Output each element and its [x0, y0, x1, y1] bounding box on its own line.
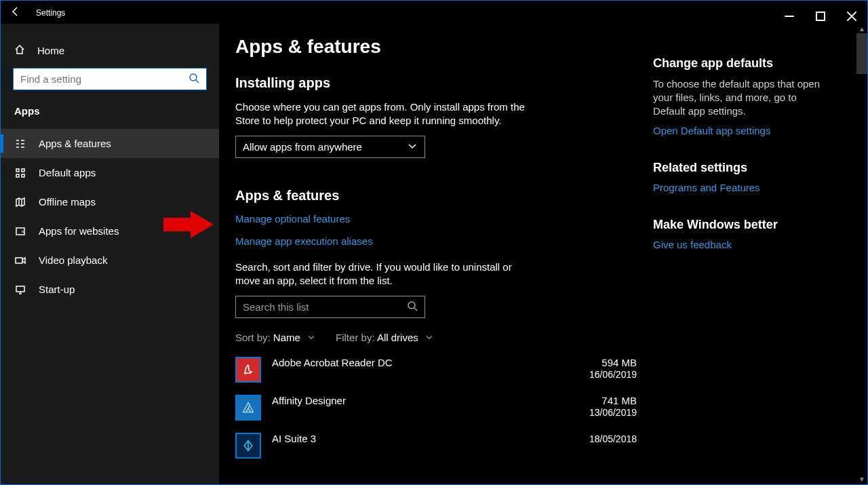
related-settings-heading: Related settings	[653, 161, 828, 175]
svg-rect-8	[16, 286, 24, 292]
main-content: Apps & features Installing apps Choose w…	[219, 24, 653, 484]
sidebar-item-label: Video playback	[39, 254, 107, 266]
app-row[interactable]: AI Suite 3 18/05/2018	[235, 433, 637, 459]
app-search-field[interactable]	[243, 301, 407, 313]
app-name: AI Suite 3	[272, 433, 589, 444]
startup-icon	[14, 284, 26, 295]
scroll-down-icon[interactable]: ▼	[859, 474, 865, 484]
make-windows-better-heading: Make Windows better	[653, 218, 828, 232]
sidebar-item-video-playback[interactable]: Video playback	[1, 246, 219, 275]
sidebar-item-startup[interactable]: Start-up	[1, 275, 219, 304]
app-name: Affinity Designer	[272, 395, 589, 406]
app-date: 13/06/2019	[589, 407, 637, 418]
home-button[interactable]: Home	[1, 39, 219, 68]
sort-label: Sort by:	[235, 332, 271, 343]
chevron-down-icon	[425, 332, 433, 343]
app-list: Adobe Acrobat Reader DC 594 MB 16/06/201…	[235, 357, 637, 459]
svg-rect-5	[22, 174, 24, 177]
open-default-app-settings-link[interactable]: Open Default app settings	[653, 125, 828, 136]
installing-apps-heading: Installing apps	[235, 75, 637, 91]
app-date: 18/05/2018	[589, 433, 637, 444]
default-apps-icon	[14, 168, 26, 178]
manage-app-aliases-link[interactable]: Manage app execution aliases	[235, 235, 637, 247]
sidebar: Home Apps Apps & features Default apps	[1, 24, 219, 484]
change-defaults-body: To choose the default apps that open you…	[653, 77, 828, 118]
app-icon-affinity	[235, 395, 261, 421]
search-icon	[407, 300, 418, 314]
scroll-thumb[interactable]	[856, 33, 867, 74]
scrollbar[interactable]: ▲ ▼	[856, 24, 867, 484]
sidebar-item-label: Apps for websites	[39, 225, 119, 237]
app-date: 16/06/2019	[589, 369, 637, 380]
svg-point-1	[190, 74, 197, 81]
app-size: 741 MB	[589, 395, 637, 406]
offline-maps-icon	[14, 197, 26, 208]
installing-apps-body: Choose where you can get apps from. Only…	[235, 100, 527, 128]
apps-features-icon	[14, 138, 26, 149]
svg-rect-0	[816, 12, 825, 20]
sidebar-item-label: Default apps	[39, 167, 96, 178]
apps-for-websites-icon	[14, 226, 26, 237]
programs-and-features-link[interactable]: Programs and Features	[653, 182, 828, 193]
install-source-dropdown[interactable]: Allow apps from anywhere	[235, 136, 425, 158]
give-us-feedback-link[interactable]: Give us feedback	[653, 239, 828, 250]
home-icon	[14, 44, 25, 57]
apps-features-heading: Apps & features	[235, 188, 637, 203]
window-title: Settings	[36, 8, 65, 18]
sort-value: Name	[273, 332, 300, 343]
app-row[interactable]: Adobe Acrobat Reader DC 594 MB 16/06/201…	[235, 357, 637, 383]
home-label: Home	[37, 45, 64, 56]
app-search-input[interactable]	[235, 296, 425, 318]
sidebar-item-label: Apps & features	[39, 138, 111, 149]
filter-body: Search, sort and filter by drive. If you…	[235, 260, 527, 288]
search-icon	[189, 73, 199, 86]
svg-point-9	[408, 302, 415, 309]
dropdown-value: Allow apps from anywhere	[243, 141, 362, 153]
search-field[interactable]	[20, 73, 189, 85]
manage-optional-features-link[interactable]: Manage optional features	[235, 213, 637, 225]
titlebar: Settings	[1, 1, 867, 24]
filter-label: Filter by:	[336, 332, 375, 343]
sort-by-dropdown[interactable]: Sort by: Name	[235, 332, 315, 343]
scroll-up-icon[interactable]: ▲	[859, 24, 865, 34]
svg-marker-10	[163, 211, 214, 238]
sidebar-item-label: Offline maps	[39, 196, 96, 208]
sidebar-item-default-apps[interactable]: Default apps	[1, 158, 219, 187]
app-size: 594 MB	[589, 357, 637, 368]
app-row[interactable]: Affinity Designer 741 MB 13/06/2019	[235, 395, 637, 421]
app-icon-acrobat	[235, 357, 261, 383]
filter-value: All drives	[377, 332, 418, 343]
chevron-down-icon	[307, 332, 315, 343]
chevron-down-icon	[407, 140, 418, 153]
filter-by-dropdown[interactable]: Filter by: All drives	[336, 332, 433, 343]
app-name: Adobe Acrobat Reader DC	[272, 357, 589, 368]
back-button[interactable]	[10, 6, 21, 19]
search-input[interactable]	[13, 68, 207, 90]
section-label: Apps	[1, 105, 219, 129]
svg-rect-4	[16, 174, 19, 177]
page-title: Apps & features	[235, 36, 637, 58]
svg-rect-3	[22, 169, 24, 172]
aside-panel: Change app defaults To choose the defaul…	[653, 24, 843, 484]
video-playback-icon	[14, 255, 26, 266]
app-icon-aisuite	[235, 433, 261, 459]
sidebar-item-label: Start-up	[39, 284, 75, 295]
svg-rect-7	[16, 258, 22, 263]
sidebar-item-apps-features[interactable]: Apps & features	[1, 129, 219, 158]
change-defaults-heading: Change app defaults	[653, 56, 828, 71]
svg-rect-2	[16, 169, 19, 172]
annotation-arrow-icon	[163, 211, 214, 238]
